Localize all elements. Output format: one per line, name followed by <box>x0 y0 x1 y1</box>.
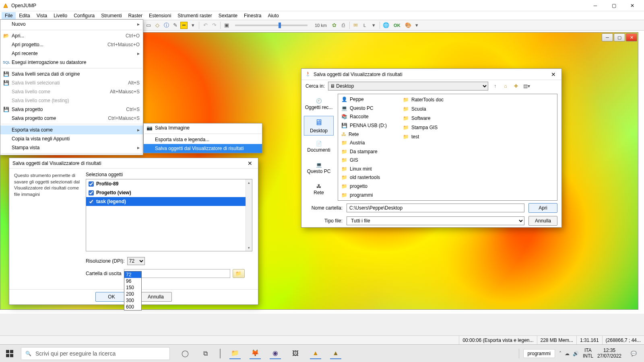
annulla-button[interactable]: Annulla <box>140 292 172 302</box>
dropdown-icon[interactable]: ▾ <box>189 22 196 29</box>
browse-button[interactable]: 📁 <box>233 269 245 278</box>
dpi-option[interactable]: 600 <box>124 304 141 310</box>
menu-strumenti-raster[interactable]: Strumenti raster <box>174 12 215 19</box>
file-item[interactable]: 💻Questo PC <box>341 105 387 112</box>
list-item[interactable]: Profilo-89 <box>86 179 252 188</box>
language-indicator[interactable]: ITAINTL <box>583 348 593 359</box>
dialog-close-button[interactable]: ✕ <box>245 160 255 167</box>
envelope-icon[interactable]: ✉ <box>352 22 359 29</box>
place-desktop[interactable]: 🖥Desktop <box>304 116 334 136</box>
menu-apri-progetto[interactable]: Apri progetto...Ctrl+Maiusc+O <box>0 40 143 49</box>
file-item[interactable]: 📁progetto <box>341 183 387 190</box>
menu-salva-progetto[interactable]: 💾Salva progettoCtrl+S <box>0 105 143 114</box>
file-item[interactable]: 📁GIS <box>341 156 387 164</box>
taskbar-pill[interactable]: programmi <box>523 349 555 358</box>
palette-icon[interactable]: 🎨 <box>405 22 412 29</box>
globe-icon[interactable]: 🌐 <box>382 22 390 29</box>
place-thispc[interactable]: 💻Questo PC <box>304 158 334 178</box>
menu-esegui-query[interactable]: SQLEsegui interrogazione su datastore <box>0 58 143 67</box>
print-icon[interactable]: ⎙ <box>340 22 347 29</box>
view-button[interactable]: ▤▾ <box>523 82 530 90</box>
edit-icon[interactable]: ✎ <box>171 22 179 29</box>
menu-file[interactable]: File <box>2 12 16 19</box>
menu-stampa-vista[interactable]: Stampa vista▸ <box>0 143 143 152</box>
file-item[interactable]: 📁programmi <box>341 191 387 199</box>
file-item[interactable]: 🖧Rete <box>341 130 387 138</box>
new-folder-button[interactable]: ✚ <box>512 82 520 90</box>
menu-raster[interactable]: Raster <box>125 12 146 19</box>
menu-copia-vista[interactable]: Copia la vista negli Appunti <box>0 134 143 143</box>
list-item[interactable]: Progetto (view) <box>86 188 252 197</box>
file-item[interactable]: 📁Da stampare <box>341 148 387 155</box>
list-item[interactable]: task (legend) <box>86 197 252 206</box>
canvas-close-button[interactable]: ✕ <box>626 33 637 41</box>
dpi-option[interactable]: 150 <box>124 284 141 291</box>
place-network[interactable]: 🖧Rete <box>304 179 334 199</box>
menu-configura[interactable]: Configura <box>70 12 98 19</box>
item-checkbox[interactable] <box>89 181 94 187</box>
file-item[interactable]: 📁Scuola <box>403 105 444 113</box>
dpi-option[interactable]: 200 <box>124 291 141 297</box>
info-icon[interactable]: ⓘ <box>163 22 170 29</box>
canvas-maximize-button[interactable]: ▢ <box>614 33 625 41</box>
openjump2-icon[interactable]: ▲ <box>330 348 341 359</box>
ok-button[interactable]: OK <box>95 292 128 302</box>
file-item[interactable]: 👤Peppe <box>341 96 387 103</box>
dropdown-icon[interactable]: ▾ <box>413 22 421 29</box>
dpi-option[interactable]: 300 <box>124 297 141 304</box>
dpi-option[interactable]: 96 <box>124 278 141 284</box>
eclipse-icon[interactable]: ◉ <box>270 348 281 359</box>
menu-salva-livelli-senza[interactable]: 💾Salva livelli senza dati di origine <box>0 70 143 78</box>
taskview-icon[interactable]: ⧉ <box>200 348 211 359</box>
menu-apri-recente[interactable]: Apri recente▸ <box>0 49 143 58</box>
menu-esporta-vista[interactable]: Esporta vista come▸ <box>0 125 143 134</box>
file-list[interactable]: 👤Peppe 💻Questo PC 📚Raccolte 💾PENNA USB (… <box>338 94 557 201</box>
up-folder-button[interactable]: ↑ <box>491 82 499 90</box>
undo-icon[interactable]: ↶ <box>202 22 209 29</box>
explorer-icon[interactable]: 📁 <box>229 348 241 359</box>
file-item[interactable]: 📁test <box>403 133 444 141</box>
menu-livello[interactable]: Livello <box>50 12 70 19</box>
window-icon[interactable]: ▣ <box>223 22 230 29</box>
cortana-icon[interactable]: ◯ <box>180 348 191 359</box>
image-viewer-icon[interactable]: 🖼 <box>290 348 301 359</box>
menu-nuovo[interactable]: Nuovo▸ <box>0 20 143 29</box>
canvas-minimize-button[interactable]: ─ <box>602 33 613 41</box>
firefox-icon[interactable]: 🦊 <box>250 348 261 359</box>
nome-cartella-input[interactable] <box>347 204 524 212</box>
dpi-option[interactable]: 72 <box>124 272 141 278</box>
file-item[interactable]: 💾PENNA USB (D:) <box>341 122 387 130</box>
file-item[interactable]: 📁Software <box>403 114 444 122</box>
file-item[interactable]: 📁old rastertools <box>341 174 387 181</box>
dropdown-icon[interactable]: ▾ <box>370 22 377 29</box>
close-button[interactable]: ✕ <box>623 0 642 11</box>
item-checkbox[interactable] <box>89 199 94 204</box>
maximize-button[interactable]: ▢ <box>605 0 623 11</box>
chevron-up-icon[interactable]: ˄ <box>559 351 561 356</box>
start-button[interactable] <box>0 345 19 362</box>
clock[interactable]: 12:3527/07/2022 <box>597 348 621 359</box>
cloud-icon[interactable]: ☁ <box>565 351 570 356</box>
submenu-salva-oggetti[interactable]: Salva oggetti dal Visualizzatore di risu… <box>144 144 262 153</box>
place-recent[interactable]: 🕘Oggetti rec... <box>304 95 334 114</box>
globe-small-icon[interactable]: ✿ <box>331 22 338 29</box>
menu-salva-progetto-come[interactable]: Salva progetto comeCtrl+Maiusc+S <box>0 114 143 123</box>
item-checkbox[interactable] <box>89 190 94 195</box>
menu-vista[interactable]: Vista <box>33 12 50 19</box>
file-item[interactable]: 📚Raccolte <box>341 113 387 121</box>
apri-button[interactable]: Apri <box>528 203 557 213</box>
dialog-close-button[interactable]: ✕ <box>549 71 558 78</box>
cursor-icon[interactable]: ▭ <box>145 22 152 29</box>
scale-slider[interactable] <box>235 25 308 26</box>
file-item[interactable]: 📁Linux mint <box>341 165 387 173</box>
home-button[interactable]: ⌂ <box>502 82 509 90</box>
tipo-file-select[interactable]: Tutti i file <box>347 216 524 225</box>
notifications-button[interactable]: 💬 <box>625 345 642 362</box>
minimize-button[interactable]: ─ <box>586 0 605 11</box>
file-item[interactable]: 📁RaterTools doc <box>403 96 444 104</box>
file-item[interactable]: 📁Austria <box>341 139 387 147</box>
file-item[interactable]: 📁Stampa GIS <box>403 123 444 132</box>
volume-icon[interactable]: 🔊 <box>573 351 579 356</box>
scrollbar[interactable]: ▴▾ <box>246 179 252 251</box>
submenu-salva-immagine[interactable]: 📷Salva Immagine <box>144 123 262 132</box>
